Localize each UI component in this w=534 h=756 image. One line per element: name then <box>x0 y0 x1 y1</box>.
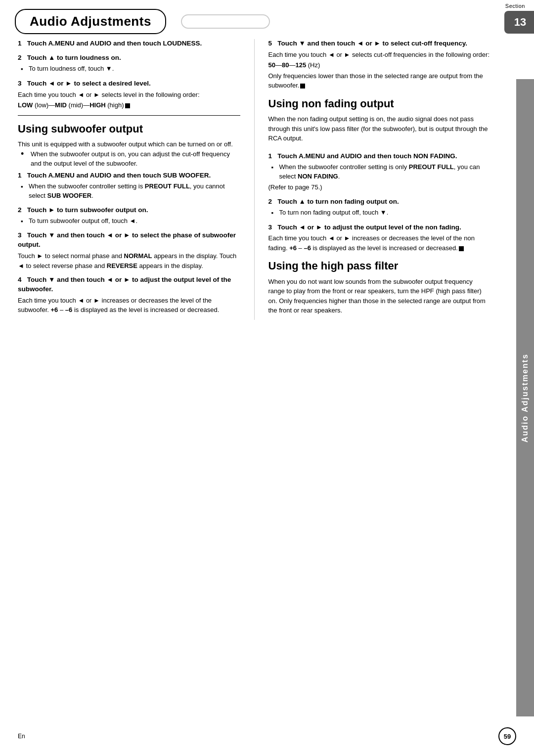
subwoofer-section-title: Using subwoofer output <box>18 123 240 135</box>
sub-step-1-bullet: ▪ When the subwoofer controller setting … <box>21 182 240 201</box>
bullet-symbol-5: ▪ <box>271 209 276 218</box>
sub-step-3-body: Touch ► to select normal phase and NORMA… <box>18 251 240 270</box>
bullet-symbol: ▪ <box>21 65 26 74</box>
sub-step-2-bullet: ▪ To turn subwoofer output off, touch ◄. <box>21 217 240 226</box>
step-2-loudness: 2 Touch ▲ to turn loudness on. ▪ To turn… <box>18 53 240 74</box>
sub-step-2-bullet-text: To turn subwoofer output off, touch ◄. <box>29 217 137 226</box>
note-square-3 <box>459 246 464 251</box>
sub-step-4: 4 Touch ▼ and then touch ◄ or ► to adjus… <box>18 275 240 315</box>
step-3-title: 3 Touch ◄ or ► to select a desired level… <box>18 79 240 89</box>
step-5-cutoff: 5 Touch ▼ and then touch ◄ or ► to selec… <box>268 39 491 90</box>
sub-step-2-title: 2 Touch ► to turn subwoofer output on. <box>18 206 240 215</box>
nf-step-3-body: Each time you touch ◄ or ► increases or … <box>268 233 491 253</box>
section-badge-area: Section 13 <box>504 0 534 34</box>
step-3-loudness: 3 Touch ◄ or ► to select a desired level… <box>18 79 240 110</box>
bullet-symbol-2: ▪ <box>21 182 26 192</box>
non-fading-section-title: Using non fading output <box>268 97 491 110</box>
note-square <box>125 103 130 108</box>
page-title: Audio Adjustments <box>15 9 166 34</box>
step-5-body: Each time you touch ◄ or ► selects cut-o… <box>268 50 491 60</box>
nf-step-2-bullet-text: To turn non fading output off, touch ▼. <box>279 208 389 218</box>
left-column: 1 Touch A.MENU and AUDIO and then touch … <box>18 39 255 320</box>
bullet-symbol-4: ▪ <box>271 163 276 173</box>
non-fading-intro: When the non fading output setting is on… <box>268 114 491 143</box>
subwoofer-bullet-1-text: When the subwoofer output is on, you can… <box>31 150 240 169</box>
sub-step-4-title: 4 Touch ▼ and then touch ◄ or ► to adjus… <box>18 275 240 294</box>
nf-step-1-bullet-text: When the subwoofer controller setting is… <box>279 163 491 181</box>
page-footer: En 59 <box>0 727 534 745</box>
nf-step-2: 2 Touch ▲ to turn non fading output on. … <box>268 197 491 218</box>
nf-step-1: 1 Touch A.MENU and AUDIO and then touch … <box>268 152 491 192</box>
high-pass-intro: When you do not want low sounds from the… <box>268 277 491 315</box>
right-column: 5 Touch ▼ and then touch ◄ or ► to selec… <box>255 39 491 320</box>
step-5-title: 5 Touch ▼ and then touch ◄ or ► to selec… <box>268 39 491 48</box>
nf-step-3: 3 Touch ◄ or ► to adjust the output leve… <box>268 223 491 253</box>
main-content: 1 Touch A.MENU and AUDIO and then touch … <box>0 34 516 330</box>
note-square-2 <box>300 84 305 89</box>
footer-language: En <box>18 733 25 740</box>
subwoofer-intro: This unit is equipped with a subwoofer o… <box>18 139 240 149</box>
sub-step-1-bullet-text: When the subwoofer controller setting is… <box>29 182 240 201</box>
nf-step-1-bullet: ▪ When the subwoofer controller setting … <box>271 163 491 181</box>
sub-step-3: 3 Touch ▼ and then touch ◄ or ► to selec… <box>18 231 240 270</box>
step-1-title: 1 Touch A.MENU and AUDIO and then touch … <box>18 39 240 48</box>
step-3-body: Each time you touch ◄ or ► selects level… <box>18 90 240 100</box>
step-2-title: 2 Touch ▲ to turn loudness on. <box>18 53 240 63</box>
page: Audio Adjustments Section 13 Audio Adjus… <box>0 0 534 756</box>
bullet-symbol-3: ▪ <box>21 217 26 226</box>
footer-page-number: 59 <box>498 727 516 745</box>
section-label: Section <box>505 0 534 9</box>
nf-step-1-title: 1 Touch A.MENU and AUDIO and then touch … <box>268 152 491 161</box>
sub-step-1: 1 Touch A.MENU and AUDIO and then touch … <box>18 171 240 201</box>
sub-step-4-body: Each time you touch ◄ or ► increases or … <box>18 296 240 315</box>
nf-step-2-title: 2 Touch ▲ to turn non fading output on. <box>268 197 491 207</box>
top-oval-decoration <box>181 14 270 29</box>
step-5-order: 50—80—125 (Hz) <box>268 60 491 70</box>
top-bar: Audio Adjustments Section 13 <box>0 0 534 34</box>
sub-step-2: 2 Touch ► to turn subwoofer output on. ▪… <box>18 206 240 226</box>
dot-symbol: • <box>21 148 27 160</box>
nf-step-1-refer: (Refer to page 75.) <box>268 182 491 192</box>
nf-step-2-bullet: ▪ To turn non fading output off, touch ▼… <box>271 208 491 218</box>
nf-step-3-title: 3 Touch ◄ or ► to adjust the output leve… <box>268 223 491 232</box>
step-5-note: Only frequencies lower than those in the… <box>268 71 491 90</box>
subwoofer-bullet-1: • When the subwoofer output is on, you c… <box>21 150 240 169</box>
step-2-bullet-text: To turn loudness off, touch ▼. <box>29 64 114 74</box>
step-3-order: LOW (low)—MID (mid)—HIGH (high) <box>18 100 240 110</box>
sub-step-3-title: 3 Touch ▼ and then touch ◄ or ► to selec… <box>18 231 240 250</box>
high-pass-section-title: Using the high pass filter <box>268 260 491 272</box>
section-number: 13 <box>504 11 534 34</box>
step-1-title-text: 1 Touch A.MENU and AUDIO and then touch … <box>18 40 202 47</box>
step-2-bullet: ▪ To turn loudness off, touch ▼. <box>21 64 240 74</box>
section-divider <box>18 115 240 116</box>
sub-step-1-title: 1 Touch A.MENU and AUDIO and then touch … <box>18 171 240 180</box>
step-1-loudness: 1 Touch A.MENU and AUDIO and then touch … <box>18 39 240 48</box>
vertical-side-label: Audio Adjustments <box>516 79 534 716</box>
